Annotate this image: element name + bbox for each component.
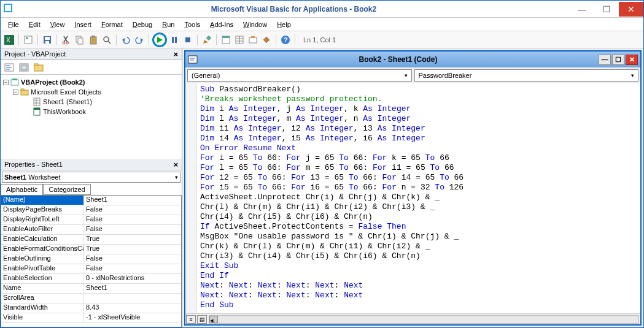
- paste-icon[interactable]: [87, 34, 99, 46]
- titlebar: Microsoft Visual Basic for Applications …: [1, 1, 643, 18]
- code-minimize-button[interactable]: —: [599, 55, 611, 65]
- menu-tools[interactable]: Tools: [179, 20, 205, 29]
- property-row[interactable]: EnableCalculationTrue: [1, 235, 181, 245]
- scroll-left-icon[interactable]: ◂: [209, 316, 218, 323]
- project-explorer-icon[interactable]: [220, 34, 232, 46]
- procedure-view-icon[interactable]: ≡: [186, 315, 196, 324]
- menu-view[interactable]: View: [45, 20, 70, 29]
- property-name: StandardWidth: [1, 303, 84, 313]
- separator-icon: [216, 34, 217, 45]
- menu-debug[interactable]: Debug: [128, 20, 157, 29]
- tree-project-root[interactable]: − VBAProject (Book2): [3, 77, 179, 87]
- cut-icon[interactable]: [60, 34, 72, 46]
- property-value[interactable]: 0 - xlNoRestrictions: [84, 274, 181, 283]
- tree-sheet1[interactable]: Sheet1 (Sheet1): [3, 97, 179, 107]
- help-icon[interactable]: ?: [279, 34, 292, 46]
- property-value[interactable]: Sheet1: [84, 284, 181, 293]
- property-name: EnablePivotTable: [1, 264, 84, 273]
- window-controls: — ☐ ✕: [570, 2, 643, 17]
- run-icon[interactable]: [154, 34, 165, 46]
- design-mode-icon[interactable]: [201, 34, 213, 46]
- property-value[interactable]: Sheet1: [84, 196, 181, 205]
- horizontal-scrollbar[interactable]: ◂: [209, 315, 639, 324]
- toggle-folders-icon[interactable]: [33, 61, 45, 74]
- menu-run[interactable]: Run: [157, 20, 179, 29]
- menu-help[interactable]: Help: [272, 20, 296, 29]
- property-row[interactable]: EnableOutliningFalse: [1, 254, 181, 264]
- property-value[interactable]: True: [84, 245, 181, 254]
- property-row[interactable]: DisplayPageBreaksFalse: [1, 205, 181, 215]
- menu-insert[interactable]: Insert: [69, 20, 96, 29]
- view-excel-icon[interactable]: X: [3, 34, 15, 46]
- project-panel-header: Project - VBAProject ×: [1, 48, 182, 60]
- tab-categorized[interactable]: Categorized: [43, 184, 90, 195]
- property-row[interactable]: EnableSelection0 - xlNoRestrictions: [1, 274, 181, 284]
- tree-thisworkbook[interactable]: ThisWorkbook: [3, 107, 179, 116]
- separator-icon: [295, 34, 295, 45]
- project-tree[interactable]: − VBAProject (Book2) − Microsoft Excel O…: [1, 75, 182, 159]
- maximize-button[interactable]: ☐: [594, 2, 619, 17]
- property-value[interactable]: [84, 294, 181, 303]
- find-icon[interactable]: [101, 34, 113, 46]
- properties-icon[interactable]: [233, 34, 246, 46]
- copy-icon[interactable]: [74, 34, 86, 46]
- property-row[interactable]: (Name)Sheet1: [1, 196, 181, 205]
- code-close-button[interactable]: ✕: [626, 55, 638, 65]
- minimize-button[interactable]: —: [570, 2, 594, 17]
- property-value[interactable]: False: [84, 205, 181, 215]
- menu-window[interactable]: Window: [238, 20, 272, 29]
- expander-icon[interactable]: −: [3, 80, 9, 85]
- view-code-icon[interactable]: [3, 61, 15, 74]
- property-value[interactable]: False: [84, 225, 181, 234]
- menu-file[interactable]: File: [3, 20, 24, 29]
- menu-add-ins[interactable]: Add-Ins: [205, 20, 238, 29]
- undo-icon[interactable]: [120, 34, 132, 46]
- property-row[interactable]: Visible-1 - xlSheetVisible: [1, 313, 181, 323]
- property-name: EnableAutoFilter: [1, 225, 84, 234]
- procedure-combo[interactable]: PasswordBreaker ▾: [414, 69, 639, 82]
- property-value[interactable]: False: [84, 254, 181, 264]
- property-row[interactable]: EnableAutoFilterFalse: [1, 225, 181, 235]
- property-value[interactable]: False: [84, 215, 181, 224]
- expander-icon[interactable]: −: [13, 90, 18, 95]
- save-icon[interactable]: [41, 34, 53, 46]
- reset-icon[interactable]: [182, 34, 194, 46]
- property-value[interactable]: 8.43: [84, 303, 181, 313]
- break-icon[interactable]: [168, 34, 180, 46]
- properties-grid[interactable]: (Name)Sheet1DisplayPageBreaksFalseDispla…: [1, 195, 182, 327]
- code-maximize-button[interactable]: ☐: [612, 55, 624, 65]
- property-value[interactable]: False: [84, 264, 181, 273]
- property-value[interactable]: True: [84, 235, 181, 244]
- insert-module-icon[interactable]: [22, 34, 34, 46]
- toolbox-icon[interactable]: [260, 34, 273, 46]
- property-name: EnableFormatConditionsCalculation: [1, 245, 84, 254]
- tree-folder[interactable]: − Microsoft Excel Objects: [3, 87, 179, 97]
- redo-icon[interactable]: [133, 34, 145, 46]
- object-combo[interactable]: (General) ▾: [187, 69, 412, 82]
- property-row[interactable]: StandardWidth8.43: [1, 303, 181, 313]
- close-panel-icon[interactable]: ×: [173, 160, 178, 169]
- menu-edit[interactable]: Edit: [24, 20, 45, 29]
- property-row[interactable]: ScrollArea: [1, 294, 181, 303]
- property-name: DisplayPageBreaks: [1, 205, 84, 215]
- svg-rect-12: [78, 38, 83, 44]
- project-panel: Project - VBAProject × − VBAProject (Boo…: [1, 48, 182, 159]
- code-editor[interactable]: Sub PasswordBreaker() 'Breaks worksheet …: [196, 83, 640, 313]
- full-module-view-icon[interactable]: ▤: [197, 315, 207, 324]
- svg-rect-52: [34, 108, 40, 110]
- property-row[interactable]: EnableFormatConditionsCalculationTrue: [1, 245, 181, 254]
- property-row[interactable]: DisplayRightToLeftFalse: [1, 215, 181, 225]
- close-panel-icon[interactable]: ×: [173, 50, 178, 59]
- tab-alphabetic[interactable]: Alphabetic: [1, 184, 43, 195]
- property-row[interactable]: EnablePivotTableFalse: [1, 264, 181, 274]
- object-selector[interactable]: Sheet1 Worksheet ▾: [2, 172, 180, 183]
- property-name: EnableSelection: [1, 274, 84, 283]
- folder-icon: [20, 88, 29, 96]
- property-value[interactable]: -1 - xlSheetVisible: [84, 313, 181, 322]
- svg-rect-47: [34, 98, 40, 105]
- menu-format[interactable]: Format: [96, 20, 128, 29]
- close-button[interactable]: ✕: [619, 2, 643, 17]
- object-browser-icon[interactable]: [247, 34, 259, 46]
- property-row[interactable]: NameSheet1: [1, 284, 181, 294]
- view-object-icon[interactable]: [18, 61, 30, 74]
